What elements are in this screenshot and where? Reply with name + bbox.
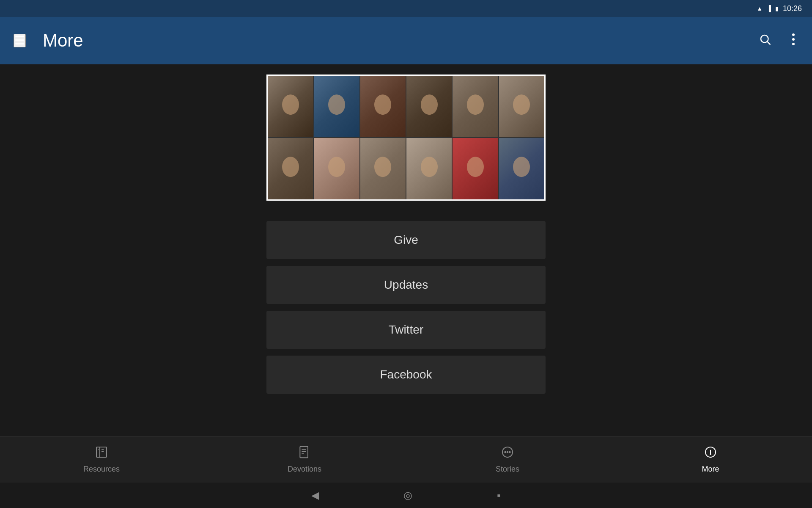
updates-button[interactable]: Updates xyxy=(266,266,546,304)
devotions-icon xyxy=(298,445,311,462)
photo-grid xyxy=(266,75,546,201)
svg-point-16 xyxy=(507,452,508,453)
photo-4 xyxy=(406,76,452,137)
give-button[interactable]: Give xyxy=(266,221,546,259)
more-label: More xyxy=(702,465,719,474)
photo-1 xyxy=(268,76,313,137)
photo-3 xyxy=(360,76,406,137)
devotions-label: Devotions xyxy=(288,465,321,474)
svg-rect-5 xyxy=(96,447,107,457)
battery-icon xyxy=(775,5,779,12)
svg-point-4 xyxy=(792,43,795,45)
photo-12 xyxy=(499,138,544,199)
status-time: 10:26 xyxy=(783,4,802,13)
photo-5 xyxy=(453,76,498,137)
overflow-menu-button[interactable] xyxy=(788,30,798,52)
nav-item-devotions[interactable]: Devotions xyxy=(203,442,406,477)
nav-item-resources[interactable]: Resources xyxy=(0,442,203,477)
svg-point-3 xyxy=(792,38,795,41)
nav-item-more[interactable]: More xyxy=(609,442,812,477)
facebook-button[interactable]: Facebook xyxy=(266,356,546,394)
status-bar: 10:26 xyxy=(0,0,812,17)
bottom-nav: Resources Devotions Stories xyxy=(0,436,812,483)
photo-9 xyxy=(360,138,406,199)
back-button[interactable]: ◀ xyxy=(311,489,319,501)
svg-point-0 xyxy=(761,35,768,43)
photo-2 xyxy=(314,76,359,137)
svg-point-2 xyxy=(792,33,795,36)
signal-icon xyxy=(767,5,771,12)
search-button[interactable] xyxy=(755,30,775,52)
svg-rect-10 xyxy=(300,447,308,458)
menu-icon[interactable]: ☰ xyxy=(14,34,26,47)
toolbar: ☰ More xyxy=(0,17,812,64)
stories-label: Stories xyxy=(496,465,519,474)
resources-label: Resources xyxy=(83,465,120,474)
main-content: Give Updates Twitter Facebook xyxy=(0,64,812,457)
stories-icon xyxy=(501,445,514,462)
photo-11 xyxy=(453,138,498,199)
system-nav: ◀ ◎ ▪ xyxy=(0,483,812,508)
svg-point-17 xyxy=(509,452,510,453)
recents-button[interactable]: ▪ xyxy=(497,489,501,501)
wifi-icon xyxy=(757,5,763,12)
photo-10 xyxy=(406,138,452,199)
home-button[interactable]: ◎ xyxy=(403,489,412,501)
resources-icon xyxy=(95,445,108,462)
page-title: More xyxy=(43,30,755,51)
svg-line-1 xyxy=(768,41,771,44)
photo-8 xyxy=(314,138,359,199)
photo-6 xyxy=(499,76,544,137)
toolbar-actions xyxy=(755,30,798,52)
photo-7 xyxy=(268,138,313,199)
svg-point-15 xyxy=(505,452,506,453)
nav-item-stories[interactable]: Stories xyxy=(406,442,609,477)
twitter-button[interactable]: Twitter xyxy=(266,311,546,349)
more-icon xyxy=(704,445,717,462)
